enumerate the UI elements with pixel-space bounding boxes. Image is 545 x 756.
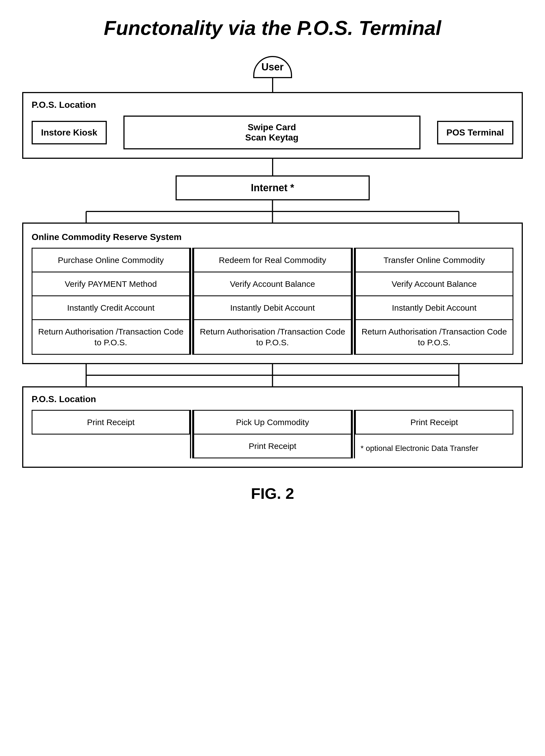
ocrs-col3-item3: Return Authorisation /Transaction Code t… [355, 320, 513, 355]
pos-bottom-col2-item0: Pick Up Commodity [193, 410, 352, 435]
ocrs-box: Online Commodity Reserve System Purchase… [22, 223, 523, 364]
ocrs-col2: Redeem for Real Commodity Verify Account… [193, 248, 352, 355]
swipe-card-box: Swipe Card Scan Keytag [123, 116, 421, 149]
optional-note: * optional Electronic Data Transfer [355, 440, 513, 454]
pos-bottom-sep1 [190, 410, 193, 458]
ocrs-col1: Purchase Online Commodity Verify PAYMENT… [32, 248, 190, 355]
ocrs-col2-item0: Redeem for Real Commodity [193, 248, 352, 272]
col-sep-1 [190, 248, 193, 355]
ocrs-col3: Transfer Online Commodity Verify Account… [355, 248, 513, 355]
pos-bottom-col3: Print Receipt * optional Electronic Data… [355, 410, 513, 454]
ocrs-label: Online Commodity Reserve System [32, 232, 513, 242]
pos-bottom-col1: Print Receipt [32, 410, 190, 435]
pos-top-box: P.O.S. Location Instore Kiosk Swipe Card… [22, 92, 523, 159]
pos-terminal-box: POS Terminal [437, 121, 513, 144]
internet-box: Internet * [175, 175, 370, 200]
pos-bottom-label: P.O.S. Location [32, 394, 513, 404]
split-connector-top [22, 200, 523, 223]
connector-pos-to-internet [22, 159, 523, 175]
pos-bottom-box: P.O.S. Location Print Receipt Pick Up Co… [22, 386, 523, 468]
pos-bottom-col2-item1: Print Receipt [193, 435, 352, 458]
col-sep-2 [352, 248, 355, 355]
pos-top-inner: Instore Kiosk Swipe Card Scan Keytag POS… [32, 116, 513, 149]
ocrs-col1-item2: Instantly Credit Account [32, 296, 190, 320]
user-node: User [22, 56, 523, 92]
ocrs-col2-item3: Return Authorisation /Transaction Code t… [193, 320, 352, 355]
split-connector-bottom [22, 364, 523, 386]
ocrs-col1-item3: Return Authorisation /Transaction Code t… [32, 320, 190, 355]
fig-label: FIG. 2 [22, 484, 523, 502]
ocrs-col3-item2: Instantly Debit Account [355, 296, 513, 320]
pos-bottom-sep2 [352, 410, 355, 458]
instore-kiosk-box: Instore Kiosk [32, 121, 107, 144]
internet-box-wrapper: Internet * [22, 175, 523, 200]
connector-user-to-pos [272, 78, 273, 92]
pos-bottom-col1-item0: Print Receipt [32, 410, 190, 435]
ocrs-col3-item1: Verify Account Balance [355, 272, 513, 296]
ocrs-columns: Purchase Online Commodity Verify PAYMENT… [32, 248, 513, 355]
ocrs-col1-item1: Verify PAYMENT Method [32, 272, 190, 296]
ocrs-col2-item1: Verify Account Balance [193, 272, 352, 296]
user-circle: User [253, 56, 292, 78]
page-title: Functonality via the P.O.S. Terminal [22, 17, 523, 39]
ocrs-col3-item0: Transfer Online Commodity [355, 248, 513, 272]
pos-top-label: P.O.S. Location [32, 100, 513, 110]
pos-bottom-columns: Print Receipt Pick Up Commodity Print Re… [32, 410, 513, 458]
pos-bottom-col2: Pick Up Commodity Print Receipt [193, 410, 352, 458]
ocrs-col2-item2: Instantly Debit Account [193, 296, 352, 320]
ocrs-col1-item0: Purchase Online Commodity [32, 248, 190, 272]
pos-bottom-col3-item: Print Receipt [355, 410, 513, 435]
